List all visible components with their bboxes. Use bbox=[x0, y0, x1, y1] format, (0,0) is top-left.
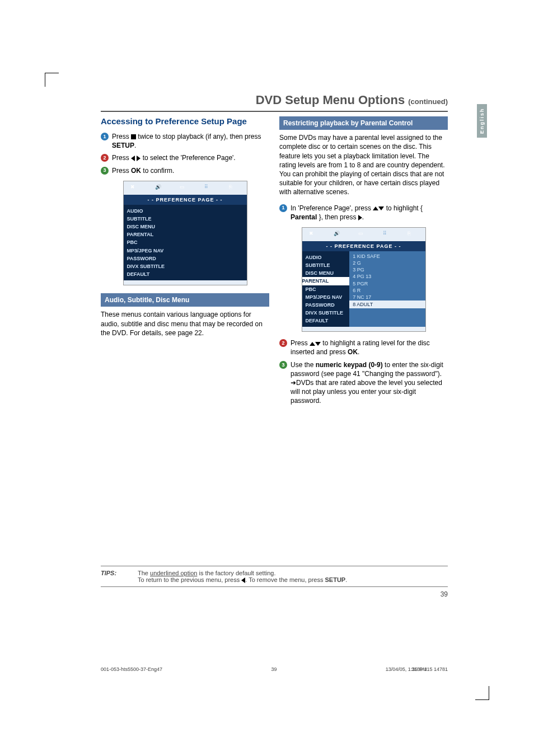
heading-accessing-preference: Accessing to Preference Setup Page bbox=[101, 116, 269, 126]
step-bullet-2: 2 bbox=[279, 339, 287, 347]
crop-mark-top-left bbox=[45, 73, 59, 87]
language-tab: English bbox=[477, 104, 487, 138]
sub-body-text: These menus contain various language opt… bbox=[101, 310, 269, 337]
osd-footer bbox=[124, 280, 247, 285]
tab-preference-icon: ⠿ bbox=[383, 230, 394, 239]
right-arrow-icon bbox=[358, 215, 362, 220]
step2-text-b: to select the 'Preference Page'. bbox=[140, 154, 235, 162]
tips-line2-c: . bbox=[345, 576, 347, 583]
page-title-main: DVD Setup Menu Options bbox=[256, 93, 409, 107]
print-footer: 001-053-hts5500-37-Eng47 39 13/04/05, 1:… bbox=[101, 666, 448, 672]
down-arrow-icon bbox=[315, 342, 321, 346]
step1-text-b: twice to stop playback (if any), then pr… bbox=[136, 133, 261, 140]
step-bullet-2: 2 bbox=[101, 154, 109, 162]
rating-item: 6 R bbox=[353, 287, 421, 294]
rstep2-c: . bbox=[358, 348, 359, 356]
parental-intro: Some DVDs may have a parental level assi… bbox=[279, 133, 448, 196]
parental-bold: Parental bbox=[291, 213, 317, 221]
rstep2-a: Press bbox=[291, 339, 310, 347]
osd-header: - - PREFERENCE PAGE - - bbox=[124, 195, 247, 205]
tips-label: TIPS: bbox=[101, 570, 138, 583]
osd-tabbar: ✖ 🔊 ▭ ⠿ ⎘ bbox=[124, 181, 247, 195]
osd-header: - - PREFERENCE PAGE - - bbox=[302, 241, 425, 251]
page-title: DVD Setup Menu Options (continued) bbox=[101, 93, 448, 107]
footer-left: 001-053-hts5500-37-Eng47 bbox=[101, 666, 162, 672]
osd-list: AUDIO SUBTITLE DISC MENU PARENTAL PBC MP… bbox=[124, 205, 247, 280]
osd-item: PASSWORD bbox=[127, 255, 243, 262]
step-bullet-1: 1 bbox=[101, 133, 109, 140]
osd-item: MP3/JPEG NAV bbox=[306, 293, 346, 301]
osd-tabbar: ✖ 🔊 ▭ ⠿ ⎘ bbox=[302, 228, 425, 241]
step-1: 1 Press twice to stop playback (if any),… bbox=[101, 132, 269, 150]
rating-item: 2 G bbox=[353, 260, 421, 266]
tab-video-icon: ▭ bbox=[180, 184, 191, 192]
footer-center: 39 bbox=[271, 666, 277, 672]
rstep1-a: In 'Preference Page', press bbox=[291, 204, 373, 212]
page-number: 39 bbox=[101, 590, 448, 598]
subheading-parental: Restricting playback by Parental Control bbox=[279, 116, 448, 130]
step-3: 3 Press OK to confirm. bbox=[101, 166, 269, 175]
osd-preference-parental: ✖ 🔊 ▭ ⠿ ⎘ - - PREFERENCE PAGE - - AUDIO … bbox=[302, 227, 426, 332]
tips-setup-bold: SETUP bbox=[325, 576, 346, 583]
tips-line2-a: To return to the previous menu, press bbox=[138, 576, 241, 583]
tips-line1-a: The bbox=[138, 570, 150, 576]
rating-item: 7 NC 17 bbox=[353, 294, 421, 300]
osd-item: SUBTITLE bbox=[127, 215, 243, 223]
right-column: Restricting playback by Parental Control… bbox=[279, 116, 448, 409]
down-arrow-icon bbox=[378, 206, 384, 210]
tips-box: TIPS: The underlined option is the facto… bbox=[101, 566, 448, 587]
osd-item: AUDIO bbox=[306, 253, 346, 261]
setup-bold: SETUP bbox=[112, 142, 134, 149]
rating-item: 5 PGR bbox=[353, 280, 421, 287]
tab-preference-icon: ⠿ bbox=[204, 184, 216, 192]
tips-line2-b: . To remove the menu, press bbox=[245, 576, 325, 583]
ok-bold: OK bbox=[131, 167, 141, 175]
osd-submenu: 1 KID SAFE 2 G 3 PG 4 PG 13 5 PGR 6 R 7 … bbox=[349, 251, 425, 327]
page-title-continued: (continued) bbox=[408, 97, 448, 106]
step3-text-a: Press bbox=[112, 167, 131, 175]
ok-bold: OK bbox=[348, 348, 358, 356]
left-column: Accessing to Preference Setup Page 1 Pre… bbox=[101, 116, 269, 409]
step2-text-a: Press bbox=[112, 154, 131, 162]
osd-item: DEFAULT bbox=[306, 317, 346, 325]
implies-arrow-icon: ➜ bbox=[291, 378, 296, 387]
tab-audio-icon: 🔊 bbox=[334, 230, 345, 239]
right-step-1: 1 In 'Preference Page', press to highlig… bbox=[279, 204, 448, 222]
rstep3-a: Use the bbox=[291, 361, 316, 369]
osd-item: MP3/JPEG NAV bbox=[127, 247, 243, 255]
osd-item: DIVX SUBTITLE bbox=[127, 262, 243, 270]
tips-underlined: underlined option bbox=[150, 570, 197, 576]
step-bullet-3: 3 bbox=[101, 167, 109, 175]
right-step-2: 2 Press to highlight a rating level for … bbox=[279, 339, 448, 356]
osd-item: AUDIO bbox=[127, 207, 243, 215]
footer-right-b: 3139 115 14781 bbox=[411, 666, 448, 672]
osd-item: DISC MENU bbox=[127, 223, 243, 231]
osd-item-selected: PARENTAL bbox=[302, 277, 350, 285]
step-2: 2 Press to select the 'Preference Page'. bbox=[101, 153, 269, 162]
crop-mark-bottom-right bbox=[475, 686, 489, 700]
osd-item: PBC bbox=[127, 238, 243, 246]
osd-preference-simple: ✖ 🔊 ▭ ⠿ ⎘ - - PREFERENCE PAGE - - AUDIO … bbox=[123, 181, 247, 285]
tab-general-icon: ✖ bbox=[309, 230, 320, 239]
step-bullet-1: 1 bbox=[279, 204, 287, 212]
rating-item: 4 PG 13 bbox=[353, 273, 421, 280]
osd-footer bbox=[302, 327, 425, 331]
rating-item: 1 KID SAFE bbox=[353, 253, 421, 260]
step1-text-a: Press bbox=[112, 133, 131, 140]
step1-text-c: . bbox=[134, 142, 136, 149]
tab-audio-icon: 🔊 bbox=[155, 184, 166, 192]
osd-item: DIVX SUBTITLE bbox=[306, 309, 346, 317]
tab-general-icon: ✖ bbox=[130, 184, 142, 192]
osd-item: PBC bbox=[306, 285, 346, 293]
osd-item: PARENTAL bbox=[127, 231, 243, 238]
rstep1-c: }, then press bbox=[317, 213, 358, 221]
osd-item: PASSWORD bbox=[306, 301, 346, 309]
up-arrow-icon bbox=[373, 206, 378, 210]
right-step-3: 3 Use the numeric keypad (0-9) to enter … bbox=[279, 360, 448, 406]
keypad-bold: numeric keypad (0-9) bbox=[316, 361, 383, 369]
up-arrow-icon bbox=[310, 342, 315, 346]
step-bullet-3: 3 bbox=[279, 361, 287, 369]
rating-item: 3 PG bbox=[353, 266, 421, 273]
rstep1-d: . bbox=[362, 213, 364, 221]
title-rule bbox=[101, 111, 448, 112]
